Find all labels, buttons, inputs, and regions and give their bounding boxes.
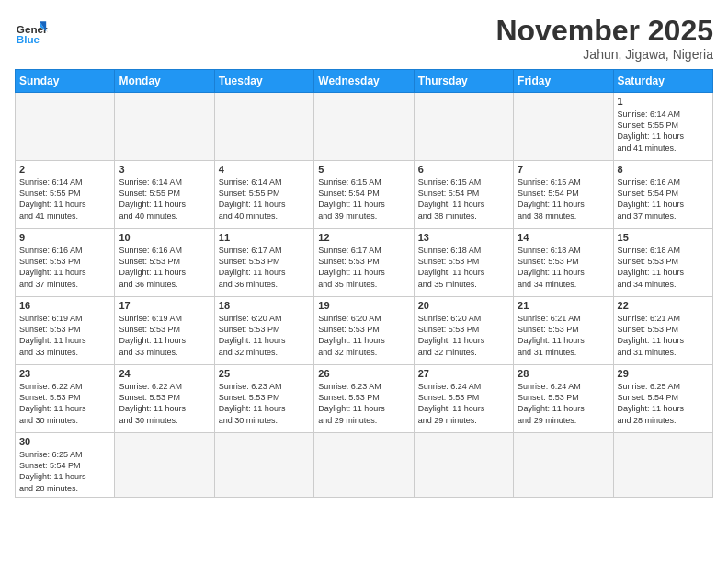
day-number: 18 (219, 300, 310, 311)
day-info: Sunrise: 6:17 AM Sunset: 5:53 PM Dayligh… (219, 245, 310, 290)
day-info: Sunrise: 6:20 AM Sunset: 5:53 PM Dayligh… (318, 313, 409, 358)
day-info: Sunrise: 6:14 AM Sunset: 5:55 PM Dayligh… (119, 177, 210, 222)
day-number: 9 (19, 232, 110, 243)
day-number: 5 (318, 164, 409, 175)
calendar-cell (613, 433, 712, 498)
calendar-row-1: 2Sunrise: 6:14 AM Sunset: 5:55 PM Daylig… (16, 161, 713, 229)
day-info: Sunrise: 6:21 AM Sunset: 5:53 PM Dayligh… (518, 313, 609, 358)
day-info: Sunrise: 6:25 AM Sunset: 5:54 PM Dayligh… (19, 449, 110, 494)
day-info: Sunrise: 6:25 AM Sunset: 5:54 PM Dayligh… (618, 381, 709, 426)
day-header-sunday: Sunday (16, 70, 115, 93)
calendar-cell: 17Sunrise: 6:19 AM Sunset: 5:53 PM Dayli… (115, 297, 214, 365)
calendar-cell (115, 93, 214, 161)
calendar-row-3: 16Sunrise: 6:19 AM Sunset: 5:53 PM Dayli… (16, 297, 713, 365)
day-number: 3 (119, 164, 210, 175)
day-info: Sunrise: 6:22 AM Sunset: 5:53 PM Dayligh… (119, 381, 210, 426)
day-header-wednesday: Wednesday (314, 70, 414, 93)
day-number: 23 (19, 368, 110, 379)
calendar-cell: 10Sunrise: 6:16 AM Sunset: 5:53 PM Dayli… (115, 229, 214, 297)
day-number: 25 (219, 368, 310, 379)
day-info: Sunrise: 6:21 AM Sunset: 5:53 PM Dayligh… (618, 313, 709, 358)
day-info: Sunrise: 6:17 AM Sunset: 5:53 PM Dayligh… (318, 245, 409, 290)
day-info: Sunrise: 6:14 AM Sunset: 5:55 PM Dayligh… (19, 177, 110, 222)
header: General Blue November 2025 Jahun, Jigawa… (15, 15, 713, 62)
day-number: 2 (19, 164, 110, 175)
day-header-thursday: Thursday (414, 70, 513, 93)
day-info: Sunrise: 6:23 AM Sunset: 5:53 PM Dayligh… (318, 381, 409, 426)
calendar-cell (514, 93, 613, 161)
day-header-saturday: Saturday (613, 70, 712, 93)
day-info: Sunrise: 6:15 AM Sunset: 5:54 PM Dayligh… (318, 177, 409, 222)
calendar-row-4: 23Sunrise: 6:22 AM Sunset: 5:53 PM Dayli… (16, 365, 713, 433)
calendar-cell: 21Sunrise: 6:21 AM Sunset: 5:53 PM Dayli… (514, 297, 613, 365)
calendar-cell: 25Sunrise: 6:23 AM Sunset: 5:53 PM Dayli… (214, 365, 313, 433)
calendar-cell (214, 93, 313, 161)
calendar-cell (214, 433, 313, 498)
calendar-cell: 26Sunrise: 6:23 AM Sunset: 5:53 PM Dayli… (314, 365, 414, 433)
day-number: 26 (318, 368, 409, 379)
day-info: Sunrise: 6:20 AM Sunset: 5:53 PM Dayligh… (418, 313, 509, 358)
day-number: 20 (418, 300, 509, 311)
day-number: 11 (219, 232, 310, 243)
day-info: Sunrise: 6:22 AM Sunset: 5:53 PM Dayligh… (19, 381, 110, 426)
calendar-cell: 18Sunrise: 6:20 AM Sunset: 5:53 PM Dayli… (214, 297, 313, 365)
day-number: 21 (518, 300, 609, 311)
day-header-friday: Friday (514, 70, 613, 93)
day-number: 13 (418, 232, 509, 243)
day-number: 4 (219, 164, 310, 175)
calendar-cell: 30Sunrise: 6:25 AM Sunset: 5:54 PM Dayli… (16, 433, 115, 498)
day-number: 10 (119, 232, 210, 243)
calendar-cell (115, 433, 214, 498)
calendar-cell: 4Sunrise: 6:14 AM Sunset: 5:55 PM Daylig… (214, 161, 313, 229)
logo-icon: General Blue (15, 15, 48, 48)
calendar-cell: 22Sunrise: 6:21 AM Sunset: 5:53 PM Dayli… (613, 297, 712, 365)
calendar-cell (16, 93, 115, 161)
calendar-cell: 15Sunrise: 6:18 AM Sunset: 5:53 PM Dayli… (613, 229, 712, 297)
day-number: 24 (119, 368, 210, 379)
calendar-cell: 2Sunrise: 6:14 AM Sunset: 5:55 PM Daylig… (16, 161, 115, 229)
calendar-cell: 3Sunrise: 6:14 AM Sunset: 5:55 PM Daylig… (115, 161, 214, 229)
calendar-cell: 27Sunrise: 6:24 AM Sunset: 5:53 PM Dayli… (414, 365, 513, 433)
day-info: Sunrise: 6:23 AM Sunset: 5:53 PM Dayligh… (219, 381, 310, 426)
calendar-cell: 6Sunrise: 6:15 AM Sunset: 5:54 PM Daylig… (414, 161, 513, 229)
calendar-row-0: 1Sunrise: 6:14 AM Sunset: 5:55 PM Daylig… (16, 93, 713, 161)
calendar-row-2: 9Sunrise: 6:16 AM Sunset: 5:53 PM Daylig… (16, 229, 713, 297)
location: Jahun, Jigawa, Nigeria (495, 47, 713, 62)
day-header-monday: Monday (115, 70, 214, 93)
title-block: November 2025 Jahun, Jigawa, Nigeria (495, 15, 713, 62)
calendar-cell: 14Sunrise: 6:18 AM Sunset: 5:53 PM Dayli… (514, 229, 613, 297)
day-info: Sunrise: 6:15 AM Sunset: 5:54 PM Dayligh… (518, 177, 609, 222)
day-info: Sunrise: 6:19 AM Sunset: 5:53 PM Dayligh… (119, 313, 210, 358)
calendar-cell (414, 433, 513, 498)
logo: General Blue (15, 15, 48, 48)
day-number: 17 (119, 300, 210, 311)
page: General Blue November 2025 Jahun, Jigawa… (0, 0, 728, 563)
calendar-cell: 1Sunrise: 6:14 AM Sunset: 5:55 PM Daylig… (613, 93, 712, 161)
calendar-cell: 16Sunrise: 6:19 AM Sunset: 5:53 PM Dayli… (16, 297, 115, 365)
calendar-cell: 29Sunrise: 6:25 AM Sunset: 5:54 PM Dayli… (613, 365, 712, 433)
calendar-cell: 9Sunrise: 6:16 AM Sunset: 5:53 PM Daylig… (16, 229, 115, 297)
calendar-cell: 11Sunrise: 6:17 AM Sunset: 5:53 PM Dayli… (214, 229, 313, 297)
day-number: 30 (19, 436, 110, 447)
day-number: 28 (518, 368, 609, 379)
day-info: Sunrise: 6:18 AM Sunset: 5:53 PM Dayligh… (418, 245, 509, 290)
day-info: Sunrise: 6:14 AM Sunset: 5:55 PM Dayligh… (618, 109, 709, 154)
calendar-cell: 7Sunrise: 6:15 AM Sunset: 5:54 PM Daylig… (514, 161, 613, 229)
day-info: Sunrise: 6:24 AM Sunset: 5:53 PM Dayligh… (518, 381, 609, 426)
calendar-cell (514, 433, 613, 498)
day-info: Sunrise: 6:16 AM Sunset: 5:53 PM Dayligh… (119, 245, 210, 290)
calendar-cell: 12Sunrise: 6:17 AM Sunset: 5:53 PM Dayli… (314, 229, 414, 297)
day-info: Sunrise: 6:16 AM Sunset: 5:54 PM Dayligh… (618, 177, 709, 222)
day-number: 16 (19, 300, 110, 311)
day-info: Sunrise: 6:14 AM Sunset: 5:55 PM Dayligh… (219, 177, 310, 222)
calendar-cell: 20Sunrise: 6:20 AM Sunset: 5:53 PM Dayli… (414, 297, 513, 365)
day-info: Sunrise: 6:18 AM Sunset: 5:53 PM Dayligh… (518, 245, 609, 290)
calendar-cell: 23Sunrise: 6:22 AM Sunset: 5:53 PM Dayli… (16, 365, 115, 433)
calendar-cell (414, 93, 513, 161)
day-info: Sunrise: 6:19 AM Sunset: 5:53 PM Dayligh… (19, 313, 110, 358)
day-info: Sunrise: 6:18 AM Sunset: 5:53 PM Dayligh… (618, 245, 709, 290)
day-header-tuesday: Tuesday (214, 70, 313, 93)
calendar-cell (314, 433, 414, 498)
day-number: 6 (418, 164, 509, 175)
day-number: 22 (618, 300, 709, 311)
